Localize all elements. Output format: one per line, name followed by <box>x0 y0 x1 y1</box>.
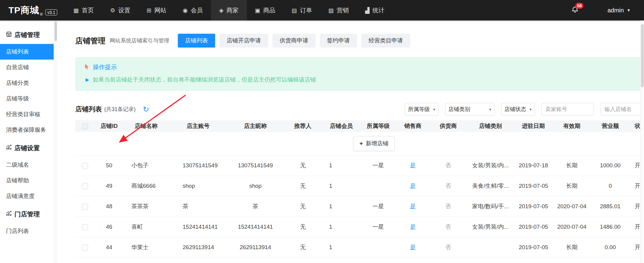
cell-validity: 长期 <box>553 176 591 196</box>
sidebar-item-店铺帮助[interactable]: 店铺帮助 <box>0 173 54 188</box>
nav-item-网站[interactable]: ⊞网站 <box>138 0 174 20</box>
seller-toggle-link[interactable]: 是 <box>410 162 416 169</box>
app-logo[interactable]: TP商城 ® v3.1 <box>0 4 65 17</box>
column-header-所属等级: 所属等级 <box>360 120 396 132</box>
user-menu[interactable]: admin ▼ <box>608 7 631 14</box>
nav-items: ▦首页⚙设置⊞网站◉会员◈商家▣商品▤订单▧营销▟统计 <box>65 0 393 20</box>
sidebar-item-店铺分类[interactable]: 店铺分类 <box>0 75 54 91</box>
row-checkbox-cell <box>75 217 95 237</box>
chevron-down-icon: ▾ <box>489 107 491 112</box>
cell-id: 46 <box>95 217 124 237</box>
sidebar-item-消费者保障服务[interactable]: 消费者保障服务 <box>0 122 54 138</box>
filter-bar: 所属等级 ▾ 店铺类别 ▾ 店铺状态 ▾ <box>405 103 644 116</box>
table-body: + 新增店铺 50小包子1307514154913075141549无1一星是否… <box>75 132 644 263</box>
cell-nickname: 茶 <box>228 196 283 217</box>
sidebar-item-店铺满意度[interactable]: 店铺满意度 <box>0 188 54 204</box>
nav-item-统计[interactable]: ▟统计 <box>357 0 393 20</box>
alert-title: 操作提示 <box>93 63 117 71</box>
shop-name-input[interactable] <box>601 103 644 116</box>
top-navbar: TP商城 ® v3.1 ▦首页⚙设置⊞网站◉会员◈商家▣商品▤订单▧营销▟统计 … <box>0 0 644 20</box>
seller-toggle-link[interactable]: 是 <box>410 183 416 189</box>
nav-item-会员[interactable]: ◉会员 <box>174 0 211 20</box>
cell-category: 女装/男装/内... <box>467 217 514 237</box>
nav-item-营销[interactable]: ▧营销 <box>320 0 357 20</box>
seller-toggle-link[interactable]: 是 <box>410 244 416 250</box>
tab-供货商申请[interactable]: 供货商申请 <box>272 34 316 48</box>
page-subtitle: 网站系统店铺索引与管理 <box>110 37 169 44</box>
sidebar-item-经营类目审核[interactable]: 经营类目审核 <box>0 107 54 122</box>
nav-item-商品[interactable]: ▣商品 <box>247 0 284 20</box>
select-all-checkbox[interactable] <box>82 123 88 129</box>
cell-join_date: 2019-07-05 <box>514 217 553 237</box>
triangle-bullet-icon: ▶ <box>86 77 89 82</box>
seller-toggle-link[interactable]: 是 <box>410 224 416 230</box>
sidebar-scrollbar[interactable] <box>54 20 57 263</box>
sidebar-item-自营店铺[interactable]: 自营店铺 <box>0 60 54 75</box>
sidebar-section-店铺设置: 店铺设置 <box>0 138 54 157</box>
cell-validity: 2019-03-28 <box>553 258 591 263</box>
cell-nickname: 2629113914 <box>228 237 283 258</box>
nav-item-订单[interactable]: ▤订单 <box>284 0 320 20</box>
category-filter-select[interactable]: 店铺类别 ▾ <box>445 103 495 116</box>
sidebar-item-店铺列表[interactable]: 店铺列表 <box>0 44 54 60</box>
row-checkbox[interactable] <box>82 245 88 251</box>
page-scrollbar[interactable] <box>640 20 644 263</box>
tab-签约申请[interactable]: 签约申请 <box>320 34 357 48</box>
cell-id: 50 <box>95 155 124 176</box>
status-filter-select[interactable]: 店铺状态 ▾ <box>501 103 535 116</box>
refresh-icon[interactable]: ↻ <box>143 106 149 113</box>
nav-item-设置[interactable]: ⚙设置 <box>102 0 138 20</box>
supplier-value: 否 <box>445 183 451 189</box>
add-shop-row: + 新增店铺 <box>75 132 644 155</box>
category-filter-label: 店铺类别 <box>448 106 470 113</box>
sidebar-scrollbar-thumb[interactable] <box>55 22 57 41</box>
cell-category: 美食/生鲜/零... <box>467 176 514 196</box>
cell-category <box>467 237 514 258</box>
row-checkbox[interactable] <box>82 163 88 169</box>
notification-bell[interactable]: 68 <box>571 6 579 15</box>
cell-validity: 2020-07-04 <box>553 196 591 217</box>
row-checkbox[interactable] <box>82 183 88 189</box>
cell-member: 1 <box>322 237 360 258</box>
cell-supplier: 否 <box>429 237 467 258</box>
nav-item-商家[interactable]: ◈商家 <box>211 0 247 20</box>
tab-经营类目申请[interactable]: 经营类目申请 <box>361 34 410 48</box>
alert-tip-text: 如果当前店铺处于关闭状态，前台将不能继续浏览该店铺，但是店主仍然可以编辑该店铺 <box>93 76 316 84</box>
tab-店铺列表[interactable]: 店铺列表 <box>178 34 215 48</box>
cell-name: 喜町 <box>124 217 169 237</box>
add-shop-button[interactable]: + 新增店铺 <box>353 136 395 151</box>
cell-nickname: shop <box>228 176 283 196</box>
cell-level: 一星 <box>360 196 396 217</box>
page-scrollbar-thumb[interactable] <box>641 24 644 87</box>
table-row: 44华莱士26291139142629113914无1是否2019-07-05长… <box>75 237 644 258</box>
column-header-销售商: 销售商 <box>396 120 429 132</box>
seller-toggle-link[interactable]: 是 <box>410 203 416 209</box>
cell-account: 15465158844 <box>169 258 228 263</box>
supplier-value: 否 <box>445 224 451 230</box>
seller-account-input[interactable] <box>542 103 594 116</box>
cell-referrer: 无 <box>283 155 322 176</box>
level-filter-select[interactable]: 所属等级 ▾ <box>405 103 438 116</box>
row-checkbox[interactable] <box>82 224 88 230</box>
sidebar-item-店铺等级[interactable]: 店铺等级 <box>0 91 54 107</box>
cell-turnover: 1486.00 <box>591 217 630 237</box>
level-filter-label: 所属等级 <box>408 106 430 113</box>
nav-item-label: 设置 <box>118 6 130 14</box>
cell-join_date: 2019-07-05 <box>514 237 553 258</box>
supplier-value: 否 <box>445 244 451 250</box>
cell-level <box>360 176 396 196</box>
hand-pointer-icon <box>83 63 90 71</box>
table-row: 43南亚优选1546515884415465158844无0一星是否女装/男装/… <box>75 258 644 263</box>
table-header-row: 店铺ID店铺名称店主账号店主昵称推荐人店铺会员所属等级销售商供货商店铺类别进驻日… <box>75 120 644 132</box>
sidebar-item-二级域名[interactable]: 二级域名 <box>0 157 54 173</box>
nav-item-label: 商家 <box>227 6 239 14</box>
column-header-店铺类别: 店铺类别 <box>467 120 514 132</box>
tab-店铺开店申请[interactable]: 店铺开店申请 <box>219 34 268 48</box>
row-checkbox[interactable] <box>82 204 88 210</box>
list-title: 店铺列表 <box>75 105 102 114</box>
page-header: 店铺管理 网站系统店铺索引与管理 店铺列表店铺开店申请供货商申请签约申请经营类目… <box>75 34 644 48</box>
cell-member: 0 <box>322 258 360 263</box>
nav-item-首页[interactable]: ▦首页 <box>65 0 102 20</box>
shop-table: 店铺ID店铺名称店主账号店主昵称推荐人店铺会员所属等级销售商供货商店铺类别进驻日… <box>75 120 644 263</box>
sidebar-item-门店列表[interactable]: 门店列表 <box>0 223 54 239</box>
